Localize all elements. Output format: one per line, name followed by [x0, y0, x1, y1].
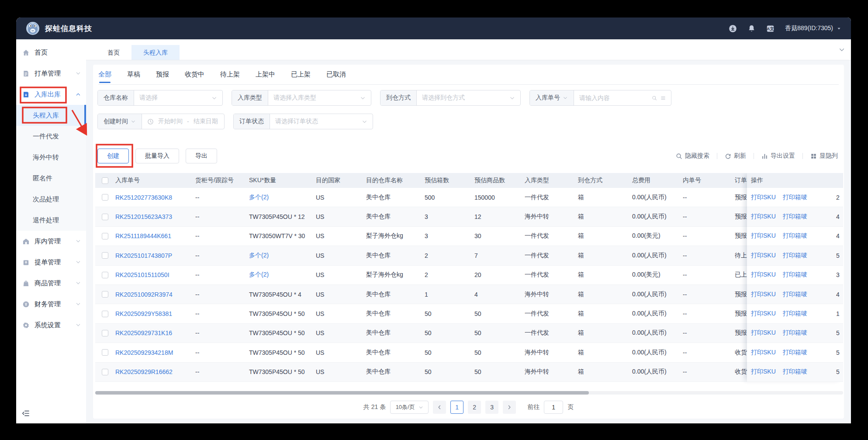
order-status-select[interactable]: 请选择订单状态	[270, 114, 373, 129]
row-checkbox[interactable]	[102, 311, 108, 317]
page-button-2[interactable]: 2	[468, 401, 481, 414]
order-no-link[interactable]: RK20250929Y58381	[115, 310, 172, 317]
row-checkbox[interactable]	[102, 369, 108, 375]
order-no-link[interactable]: RK251202773630K8	[115, 194, 172, 201]
inbound-type-select[interactable]: 请选择入库类型	[268, 90, 371, 105]
sidebar-collapse-icon[interactable]	[22, 409, 30, 417]
tabbar-chevron-down-icon[interactable]	[833, 39, 851, 60]
row-checkbox[interactable]	[102, 233, 108, 239]
print-box-label-link[interactable]: 打印箱唛	[783, 349, 807, 357]
batch-import-button[interactable]: 批量导入	[135, 149, 179, 163]
order-no-link[interactable]: RK2512015623A373	[115, 213, 172, 220]
print-sku-link[interactable]: 打印SKU	[751, 252, 776, 260]
order-no-input[interactable]	[579, 94, 648, 101]
sku-multi-link[interactable]: 多个(2)	[249, 194, 269, 201]
row-checkbox[interactable]	[102, 349, 108, 356]
print-sku-link[interactable]: 打印SKU	[751, 232, 776, 240]
toolbar-search-button[interactable]: 隐藏搜索	[676, 152, 709, 160]
print-box-label-link[interactable]: 打印箱唛	[783, 213, 807, 221]
print-box-label-link[interactable]: 打印箱唛	[783, 252, 807, 260]
prev-page-button[interactable]	[433, 401, 446, 414]
print-box-label-link[interactable]: 打印箱唛	[783, 232, 807, 240]
print-sku-link[interactable]: 打印SKU	[751, 368, 776, 376]
page-button-3[interactable]: 3	[485, 401, 498, 414]
row-checkbox[interactable]	[102, 291, 108, 298]
breadcrumb-tab-home[interactable]: 首页	[96, 45, 131, 60]
print-box-label-link[interactable]: 打印箱唛	[783, 368, 807, 376]
print-sku-link[interactable]: 打印SKU	[751, 213, 776, 221]
print-sku-link[interactable]: 打印SKU	[751, 194, 776, 201]
sku-multi-link[interactable]: 多个(2)	[249, 271, 269, 278]
goto-page-input[interactable]	[544, 401, 563, 414]
print-sku-link[interactable]: 打印SKU	[751, 349, 776, 357]
sku-multi-link[interactable]: 多个(2)	[249, 252, 269, 259]
bell-icon[interactable]	[747, 24, 756, 33]
horizontal-scrollbar-track[interactable]	[95, 391, 843, 395]
status-tab-已取消[interactable]: 已取消	[326, 65, 346, 84]
sidebar-item-in-warehouse[interactable]: 库内管理	[16, 231, 86, 252]
sidebar-item-defective[interactable]: 次品处理	[16, 189, 86, 210]
status-tab-草稿[interactable]: 草稿	[127, 65, 140, 84]
translate-icon[interactable]: A文	[766, 24, 775, 33]
order-no-link[interactable]: RK2025101511050I	[115, 271, 169, 278]
select-all-checkbox[interactable]	[102, 177, 108, 184]
status-tab-待上架[interactable]: 待上架	[220, 65, 240, 84]
created-time-field-select[interactable]: 创建时间	[98, 114, 142, 129]
sidebar-item-products[interactable]: 商品管理	[16, 273, 86, 294]
sidebar-item-overseas-transit[interactable]: 海外中转	[16, 147, 86, 168]
print-box-label-link[interactable]: 打印箱唛	[783, 310, 807, 318]
toolbar-chart-button[interactable]: 导出设置	[761, 152, 795, 160]
order-no-link[interactable]: RK2025092934218M	[115, 349, 173, 356]
sidebar-item-finance[interactable]: 财务管理	[16, 294, 86, 315]
print-box-label-link[interactable]: 打印箱唛	[783, 194, 807, 201]
horizontal-scrollbar-thumb[interactable]	[95, 391, 589, 395]
toolbar-grid-button[interactable]: 显隐列	[810, 152, 838, 160]
order-no-link[interactable]: RK2025101743807P	[115, 252, 172, 259]
toolbar-refresh-button[interactable]: 刷新	[725, 152, 746, 160]
order-no-link[interactable]: RK20250929R16662	[115, 368, 173, 375]
export-button[interactable]: 导出	[186, 149, 217, 163]
status-tab-预报[interactable]: 预报	[156, 65, 169, 84]
sidebar-item-returns[interactable]: 退件处理	[16, 210, 86, 231]
sidebar-item-home[interactable]: 首页	[16, 42, 86, 63]
batch-list-icon[interactable]	[661, 95, 666, 101]
search-icon[interactable]	[652, 95, 657, 101]
print-sku-link[interactable]: 打印SKU	[751, 310, 776, 318]
order-no-field-select[interactable]: 入库单号	[530, 90, 574, 105]
row-checkbox[interactable]	[102, 252, 108, 259]
download-icon[interactable]	[729, 24, 737, 33]
page-button-1[interactable]: 1	[450, 401, 463, 414]
row-checkbox[interactable]	[102, 214, 108, 220]
sidebar-item-first-leg-inbound[interactable]: 头程入库	[16, 105, 86, 126]
date-range-picker[interactable]: 开始时间 - 结束日期	[142, 114, 224, 129]
breadcrumb-tab-first-leg-inbound[interactable]: 头程入库	[131, 45, 180, 60]
row-checkbox[interactable]	[102, 272, 108, 278]
warehouse-select[interactable]: 请选择	[134, 90, 222, 105]
sidebar-item-dropshipping[interactable]: 一件代发	[16, 126, 86, 147]
sidebar-item-print-orders[interactable]: 打单管理	[16, 63, 86, 84]
print-box-label-link[interactable]: 打印箱唛	[783, 329, 807, 337]
print-box-label-link[interactable]: 打印箱唛	[783, 291, 807, 298]
order-no-link[interactable]: RK202510092R3974	[115, 291, 173, 298]
arrival-mode-select[interactable]: 请选择到仓方式	[417, 90, 520, 105]
status-tab-已上架[interactable]: 已上架	[291, 65, 311, 84]
create-button[interactable]: 创建	[97, 149, 129, 163]
print-sku-link[interactable]: 打印SKU	[751, 291, 776, 298]
row-checkbox[interactable]	[102, 330, 108, 336]
sidebar-item-settings[interactable]: 系统设置	[16, 315, 86, 336]
page-size-select[interactable]: 10条/页	[390, 401, 429, 414]
sidebar-item-lading[interactable]: 提单管理	[16, 252, 86, 273]
status-tab-收货中[interactable]: 收货中	[185, 65, 204, 84]
sidebar-item-in-out[interactable]: 入库出库	[16, 84, 86, 105]
row-checkbox[interactable]	[102, 194, 108, 201]
print-sku-link[interactable]: 打印SKU	[751, 329, 776, 337]
order-no-link[interactable]: RK20250929731K16	[115, 329, 172, 336]
status-tab-全部[interactable]: 全部	[98, 65, 111, 84]
order-no-link[interactable]: RK2511189444K661	[115, 232, 171, 239]
next-page-button[interactable]	[503, 401, 516, 414]
status-tab-上架中[interactable]: 上架中	[256, 65, 275, 84]
print-box-label-link[interactable]: 打印箱唛	[783, 271, 807, 279]
sidebar-item-anonymous[interactable]: 匿名件	[16, 168, 86, 189]
print-sku-link[interactable]: 打印SKU	[751, 271, 776, 279]
user-menu[interactable]: 香菇889(ID:7305)	[785, 24, 841, 32]
